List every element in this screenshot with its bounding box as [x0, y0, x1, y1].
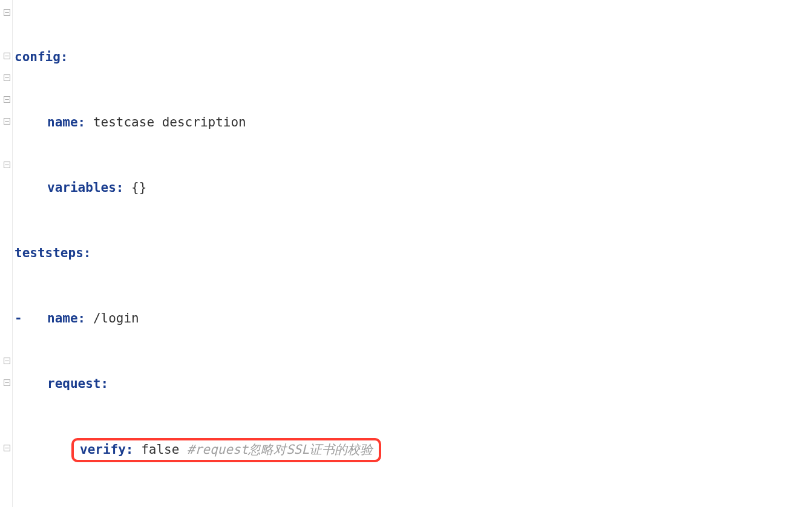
fold-icon[interactable]	[3, 444, 10, 451]
fold-icon[interactable]	[3, 379, 10, 386]
fold-icon[interactable]	[3, 161, 10, 168]
yaml-value: /login	[93, 311, 139, 325]
yaml-key: teststeps	[15, 246, 83, 260]
gutter	[0, 0, 13, 507]
code-area[interactable]: config: name: testcase description varia…	[0, 2, 812, 507]
code-line: request:	[15, 373, 812, 394]
fold-icon[interactable]	[3, 8, 10, 16]
code-line: headers:	[15, 503, 812, 507]
fold-icon[interactable]	[3, 52, 10, 59]
code-line: -name: /login	[15, 307, 812, 329]
yaml-key: name	[47, 311, 78, 325]
yaml-value: false	[141, 442, 179, 457]
yaml-value: testcase description	[93, 115, 246, 129]
yaml-key: verify	[80, 442, 126, 457]
fold-icon[interactable]	[3, 357, 10, 364]
code-line: teststeps:	[15, 242, 812, 264]
yaml-key: name	[47, 115, 78, 129]
list-dash: -	[15, 311, 22, 325]
yaml-value: {}	[131, 180, 146, 195]
yaml-key: variables	[47, 180, 116, 195]
annotation-highlight: verify: false #request忽略对SSL证书的校验	[71, 438, 381, 462]
code-editor[interactable]: config: name: testcase description varia…	[0, 0, 812, 507]
yaml-key: request	[47, 376, 101, 391]
code-line: verify: false #request忽略对SSL证书的校验	[15, 438, 812, 460]
yaml-comment: #request忽略对SSL证书的校验	[187, 442, 373, 457]
code-line: config:	[15, 46, 812, 68]
yaml-key: config	[15, 50, 61, 64]
fold-icon[interactable]	[3, 74, 10, 81]
code-line: name: testcase description	[15, 111, 812, 133]
code-line: variables: {}	[15, 177, 812, 198]
fold-icon[interactable]	[3, 96, 10, 103]
fold-icon[interactable]	[3, 117, 10, 125]
